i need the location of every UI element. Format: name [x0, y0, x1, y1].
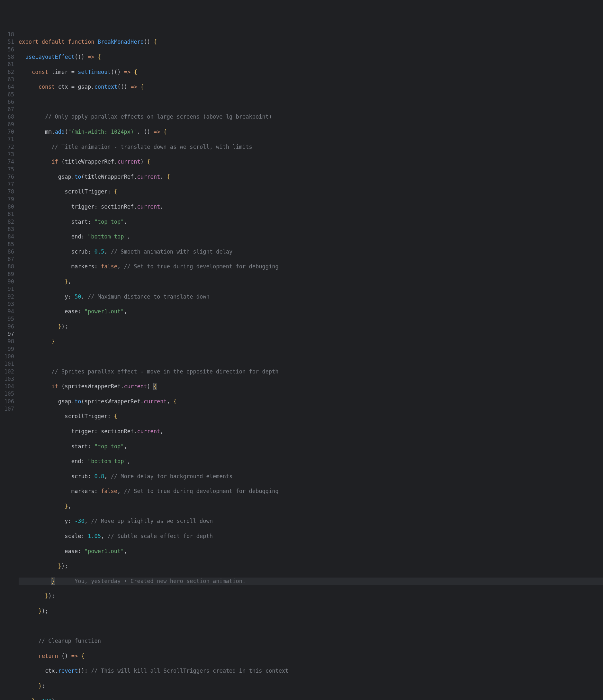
code-editor[interactable]: 1851565861626364656667686970717273747576… — [0, 30, 603, 700]
line-number: 77 — [3, 181, 14, 188]
code-line[interactable]: scale: 1.05, // Subtle scale effect for … — [19, 532, 603, 540]
line-number: 105 — [3, 390, 14, 398]
line-number: 106 — [3, 398, 14, 405]
line-number: 80 — [3, 203, 14, 210]
line-number: 98 — [3, 338, 14, 345]
code-line[interactable]: y: -30, // Move up slightly as we scroll… — [19, 518, 603, 525]
line-number: 83 — [3, 226, 14, 233]
line-number: 79 — [3, 196, 14, 203]
code-line[interactable]: y: 50, // Maximum distance to translate … — [19, 293, 603, 300]
line-number: 103 — [3, 375, 14, 383]
code-line[interactable]: }); — [19, 562, 603, 570]
line-number: 99 — [3, 346, 14, 353]
line-number: 62 — [3, 69, 14, 76]
line-number: 100 — [3, 353, 14, 360]
code-line[interactable]: end: "bottom top", — [19, 458, 603, 465]
code-line[interactable]: markers: false, // Set to true during de… — [19, 263, 603, 270]
matching-brace-close: } — [51, 578, 55, 584]
code-line[interactable]: } — [19, 338, 603, 345]
code-line[interactable]: }, — [19, 278, 603, 285]
code-line[interactable]: // Only apply parallax effects on large … — [19, 113, 603, 121]
code-line[interactable]: }, 100); — [19, 697, 603, 700]
line-number: 85 — [3, 241, 14, 248]
line-number: 72 — [3, 143, 14, 151]
line-number: 65 — [3, 91, 14, 98]
code-line[interactable]: start: "top top", — [19, 443, 603, 450]
code-line[interactable]: }; — [19, 682, 603, 690]
line-number: 67 — [3, 106, 14, 113]
code-line[interactable]: if (titleWrapperRef.current) { — [19, 158, 603, 166]
line-number: 92 — [3, 293, 14, 300]
line-number: 64 — [3, 83, 14, 91]
line-number: 84 — [3, 233, 14, 241]
code-line[interactable]: trigger: sectionRef.current, — [19, 203, 603, 210]
code-line[interactable]: // Cleanup function — [19, 637, 603, 645]
line-number: 82 — [3, 218, 14, 226]
line-number: 73 — [3, 151, 14, 158]
line-number: 76 — [3, 173, 14, 181]
code-line[interactable]: }, — [19, 503, 603, 510]
line-number: 96 — [3, 323, 14, 330]
line-number: 61 — [3, 61, 14, 68]
line-number: 97 — [3, 330, 14, 338]
sticky-line: const timer = setTimeout(() => { — [19, 69, 603, 76]
matching-brace-open: { — [154, 383, 157, 390]
code-line[interactable]: scrub: 0.5, // Smooth animation with sli… — [19, 248, 603, 255]
line-number: 87 — [3, 255, 14, 263]
code-line[interactable]: // Title animation - translate down as w… — [19, 143, 603, 151]
line-number: 104 — [3, 383, 14, 390]
code-line[interactable]: }); — [19, 592, 603, 600]
code-line[interactable]: if (spritesWrapperRef.current) { — [19, 383, 603, 390]
code-line[interactable]: ease: "power1.out", — [19, 308, 603, 315]
code-line[interactable]: trigger: sectionRef.current, — [19, 428, 603, 435]
code-line[interactable]: end: "bottom top", — [19, 233, 603, 241]
line-number: 66 — [3, 98, 14, 106]
code-line[interactable]: ctx.revert(); // This will kill all Scro… — [19, 667, 603, 675]
line-number: 71 — [3, 135, 14, 143]
git-blame-annotation: You, yesterday • Created new hero sectio… — [75, 578, 246, 584]
code-area[interactable]: export default function BreakMonadHero()… — [19, 30, 603, 700]
code-line[interactable]: scrollTrigger: { — [19, 188, 603, 195]
line-number: 107 — [3, 405, 14, 413]
line-number: 101 — [3, 360, 14, 368]
line-number: 56 — [3, 46, 14, 53]
line-number: 91 — [3, 285, 14, 293]
line-number: 95 — [3, 315, 14, 323]
line-number: 18 — [3, 31, 14, 38]
code-line[interactable] — [19, 98, 603, 106]
line-number: 69 — [3, 121, 14, 128]
code-line[interactable]: markers: false, // Set to true during de… — [19, 488, 603, 495]
code-line[interactable] — [19, 623, 603, 630]
line-number: 68 — [3, 113, 14, 121]
code-line[interactable]: }); — [19, 607, 603, 615]
line-number: 90 — [3, 278, 14, 285]
code-line[interactable] — [19, 353, 603, 360]
line-number: 75 — [3, 166, 14, 173]
code-line[interactable]: scrollTrigger: { — [19, 413, 603, 420]
code-line[interactable]: gsap.to(spritesWrapperRef.current, { — [19, 398, 603, 405]
line-number: 94 — [3, 308, 14, 315]
code-line[interactable]: mm.add("(min-width: 1024px)", () => { — [19, 128, 603, 135]
line-number: 88 — [3, 263, 14, 270]
sticky-line: export default function BreakMonadHero()… — [19, 38, 603, 46]
code-line[interactable]: // Sprites parallax effect - move in the… — [19, 368, 603, 375]
code-line[interactable]: return () => { — [19, 652, 603, 660]
line-number-gutter: 1851565861626364656667686970717273747576… — [0, 30, 19, 700]
code-line[interactable]: scrub: 0.8, // More delay for background… — [19, 473, 603, 480]
code-line[interactable]: gsap.to(titleWrapperRef.current, { — [19, 173, 603, 181]
code-line-active[interactable]: } You, yesterday • Created new hero sect… — [19, 578, 603, 585]
sticky-line: const ctx = gsap.context(() => { — [19, 83, 603, 91]
line-number: 74 — [3, 158, 14, 166]
code-line[interactable]: start: "top top", — [19, 218, 603, 226]
code-line[interactable]: }); — [19, 323, 603, 330]
line-number: 81 — [3, 210, 14, 218]
line-number: 63 — [3, 76, 14, 83]
line-number: 89 — [3, 271, 14, 278]
line-number: 51 — [3, 38, 14, 46]
line-number: 78 — [3, 188, 14, 195]
code-line[interactable]: ease: "power1.out", — [19, 548, 603, 555]
line-number: 93 — [3, 300, 14, 308]
line-number: 58 — [3, 53, 14, 61]
line-number: 102 — [3, 368, 14, 375]
sticky-line: useLayoutEffect(() => { — [19, 53, 603, 61]
